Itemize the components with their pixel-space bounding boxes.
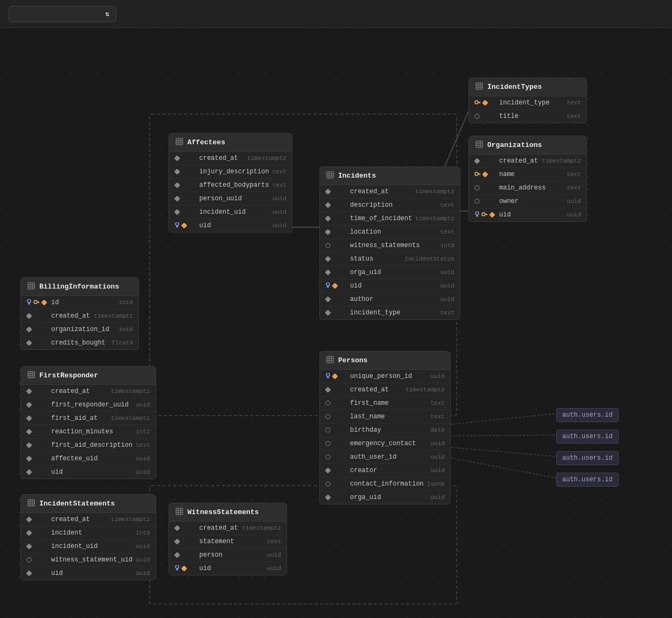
table-row[interactable]: uiduuid <box>21 466 156 479</box>
diamond-icon <box>325 202 331 208</box>
field-icons <box>26 313 48 319</box>
table-witnessStatements[interactable]: WitnessStatementscreated_attimestamptzst… <box>169 503 287 575</box>
diamond-icon <box>26 443 32 448</box>
table-row[interactable]: created_attimestamptz <box>21 385 156 398</box>
diamond-icon <box>325 495 331 500</box>
table-organizations[interactable]: Organizationscreated_attimestamptznamete… <box>468 136 587 222</box>
table-firstResponder[interactable]: FirstRespondercreated_attimestamptzfirst… <box>20 366 156 479</box>
field-name: created_at <box>51 312 90 320</box>
svg-point-25 <box>475 172 478 175</box>
schema-selector[interactable]: ⇅ <box>9 6 116 22</box>
table-row[interactable]: witness_statementsint8 <box>320 239 460 252</box>
table-row[interactable]: incidentint8 <box>21 526 156 540</box>
table-incidentStatements[interactable]: IncidentStatementscreated_attimestamptzi… <box>20 494 156 580</box>
table-row[interactable]: created_attimestamptz <box>469 154 586 168</box>
table-row[interactable]: uiduuid <box>21 567 156 580</box>
table-row[interactable]: orga_uiduuid <box>320 266 460 279</box>
svg-rect-44 <box>174 169 180 174</box>
table-row[interactable]: birthdaydate <box>320 424 450 437</box>
table-row[interactable]: uiduuid <box>169 562 286 575</box>
table-row[interactable]: descriptiontext <box>320 199 460 212</box>
field-icons <box>26 402 48 408</box>
table-affectees[interactable]: Affecteescreated_attimestamptzinjury_des… <box>169 133 292 233</box>
table-row[interactable]: emergency_contactuuid <box>320 437 450 451</box>
auth-badge-2: auth.users.id <box>556 451 619 465</box>
table-header-incidentTypes: IncidentTypes <box>469 78 586 96</box>
auth-badge-3: auth.users.id <box>556 473 619 487</box>
field-icons <box>325 229 347 235</box>
field-icons <box>325 481 347 487</box>
table-row[interactable]: titletext <box>469 110 586 123</box>
table-row[interactable]: first_responder_uuiduuid <box>21 398 156 412</box>
table-header-witnessStatements: WitnessStatements <box>169 503 286 522</box>
table-row[interactable]: witness_statement_uiduuid <box>21 553 156 567</box>
table-row[interactable]: first_nametext <box>320 397 450 410</box>
table-row[interactable]: owneruuid <box>469 195 586 208</box>
table-header-affectees: Affectees <box>169 134 292 152</box>
table-row[interactable]: created_attimestamptz <box>21 310 138 323</box>
circle-empty-icon <box>26 557 32 563</box>
table-row[interactable]: creatoruuid <box>320 464 450 477</box>
field-name: first_aid_at <box>51 415 108 422</box>
table-row[interactable]: personuuid <box>169 549 286 562</box>
field-icons <box>174 539 196 544</box>
field-icons <box>325 270 347 275</box>
table-incidents[interactable]: Incidentscreated_attimestamptzdescriptio… <box>319 166 460 320</box>
diamond-icon <box>26 402 32 408</box>
table-row[interactable]: created_attimestamptz <box>169 152 292 165</box>
table-row[interactable]: incident_uiduuid <box>21 540 156 553</box>
table-row[interactable]: uiduuid <box>469 208 586 221</box>
circle-empty-icon <box>474 114 480 119</box>
table-persons[interactable]: Personsunique_person_iduuidcreated_attim… <box>319 351 451 504</box>
svg-point-29 <box>475 186 479 190</box>
table-row[interactable]: reaction_minutesint2 <box>21 425 156 439</box>
table-row[interactable]: incident_uiduuid <box>169 206 292 219</box>
table-row[interactable]: person_uuiduuid <box>169 192 292 206</box>
table-row[interactable]: credits_boughtfloat4 <box>21 336 138 349</box>
table-row[interactable]: time_of_incidenttimestamptz <box>320 212 460 226</box>
table-row[interactable]: incident_typetext <box>320 306 460 319</box>
table-row[interactable]: created_attimestamptz <box>169 522 286 535</box>
table-row[interactable]: first_aid_descriptiontext <box>21 439 156 452</box>
svg-rect-103 <box>28 371 34 378</box>
field-type: uuid <box>440 283 454 289</box>
field-name: emergency_contact <box>350 440 427 447</box>
field-type: uuid <box>430 454 444 460</box>
table-row[interactable]: statementtext <box>169 535 286 549</box>
field-name: orga_uid <box>350 269 437 276</box>
field-name: uid <box>199 222 269 229</box>
table-row[interactable]: injury_descriptiontext <box>169 165 292 179</box>
field-icons <box>26 429 48 434</box>
table-grid-icon <box>475 141 483 150</box>
table-billingInformations[interactable]: BillingInformationsidint8created_attimes… <box>20 277 139 350</box>
table-incidentTypes[interactable]: IncidentTypesincident_typetexttitletext <box>468 78 587 123</box>
table-row[interactable]: affected_bodypartstext <box>169 179 292 192</box>
table-row[interactable]: uiduuid <box>320 279 460 293</box>
table-header-billingInformations: BillingInformations <box>21 278 138 296</box>
table-row[interactable]: nametext <box>469 168 586 181</box>
table-row[interactable]: created_attimestamptz <box>21 513 156 526</box>
table-row[interactable]: orga_uiduuid <box>320 491 450 504</box>
table-row[interactable]: contact_informationjsonb <box>320 477 450 491</box>
table-row[interactable]: idint8 <box>21 296 138 310</box>
table-row[interactable]: unique_person_iduuid <box>320 370 450 383</box>
table-row[interactable]: last_nametext <box>320 410 450 424</box>
table-row[interactable]: authoruuid <box>320 293 460 306</box>
svg-rect-125 <box>176 508 183 515</box>
diamond-icon <box>325 270 331 275</box>
field-name: incident <box>51 529 132 537</box>
table-row[interactable]: uiduuid <box>169 219 292 232</box>
table-row[interactable]: first_aid_attimestamptz <box>21 412 156 425</box>
table-row[interactable]: statusIncidentStatus <box>320 252 460 266</box>
table-row[interactable]: auth_user_iduuid <box>320 451 450 464</box>
table-row[interactable]: locationtext <box>320 226 460 239</box>
field-name: orga_uid <box>350 494 427 501</box>
table-row[interactable]: main_addresstext <box>469 181 586 195</box>
table-row[interactable]: created_attimestamptz <box>320 383 450 397</box>
field-icons <box>174 169 196 174</box>
table-row[interactable]: organization_idint8 <box>21 323 138 336</box>
table-row[interactable]: affectee_uiduuid <box>21 452 156 466</box>
field-type: text <box>136 442 150 448</box>
table-row[interactable]: incident_typetext <box>469 96 586 110</box>
table-row[interactable]: created_attimestamptz <box>320 185 460 199</box>
